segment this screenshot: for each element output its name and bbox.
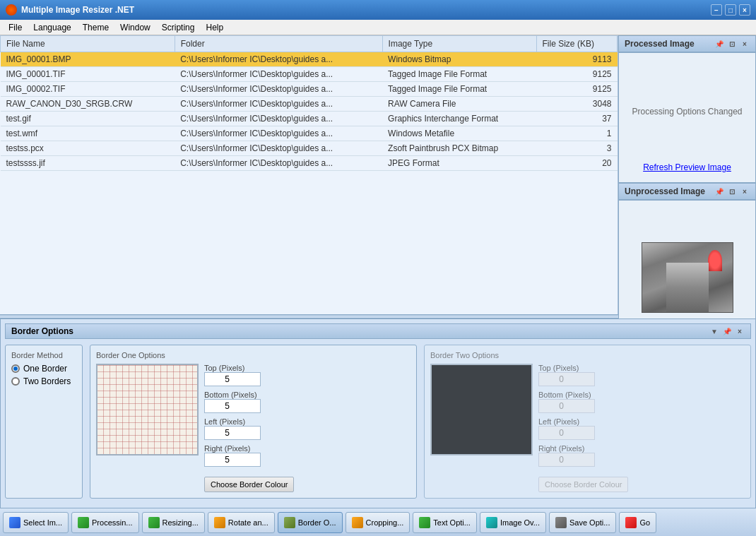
table-row[interactable]: test.wmf C:\Users\Informer IC\Desktop\gu… bbox=[1, 126, 618, 141]
processed-panel-close[interactable]: × bbox=[740, 40, 750, 48]
cell-filename: testss.pcx bbox=[1, 141, 175, 156]
cell-imagetype: Windows Metafile bbox=[382, 126, 536, 141]
rotate-icon bbox=[214, 517, 225, 528]
menu-scripting[interactable]: Scripting bbox=[156, 20, 201, 35]
processed-panel-header: Processed Image 📌 ⊡ × bbox=[618, 35, 756, 52]
radio-one-border-circle bbox=[11, 364, 20, 373]
two-left-pixels-label: Left (Pixels) bbox=[538, 417, 628, 426]
cell-filesize: 1 bbox=[536, 126, 617, 141]
border-panel-pin[interactable]: 📌 bbox=[722, 328, 732, 335]
border-options-title: Border Options bbox=[11, 326, 73, 336]
cell-filesize: 3 bbox=[536, 141, 617, 156]
two-top-pixels-label: Top (Pixels) bbox=[538, 364, 628, 372]
taskbar-image-overlay[interactable]: Image Ov... bbox=[480, 512, 546, 533]
taskbar-image-overlay-label: Image Ov... bbox=[500, 518, 540, 527]
taskbar-select-images-label: Select Im... bbox=[23, 518, 62, 527]
unprocessed-panel-pin[interactable]: 📌 bbox=[714, 188, 724, 196]
cell-imagetype: Windows Bitmap bbox=[382, 52, 536, 67]
cell-imagetype: Tagged Image File Format bbox=[382, 67, 536, 82]
processed-panel-content: Processing Options Changed Refresh Previ… bbox=[618, 52, 756, 183]
cell-folder: C:\Users\Informer IC\Desktop\guides a... bbox=[175, 97, 382, 112]
cell-folder: C:\Users\Informer IC\Desktop\guides a... bbox=[175, 112, 382, 126]
taskbar-cropping[interactable]: Cropping... bbox=[345, 512, 411, 533]
taskbar-resizing-label: Resizing... bbox=[163, 518, 199, 527]
unprocessed-panel-title: Unprocessed Image bbox=[625, 186, 705, 196]
radio-two-borders-label: Two Borders bbox=[23, 376, 71, 386]
cell-imagetype: Graphics Interchange Format bbox=[382, 112, 536, 126]
table-row[interactable]: IMG_00002.TIF C:\Users\Informer IC\Deskt… bbox=[1, 82, 618, 97]
cell-imagetype: Tagged Image File Format bbox=[382, 82, 536, 97]
maximize-button[interactable]: □ bbox=[725, 4, 736, 16]
top-pixels-input[interactable] bbox=[204, 372, 261, 386]
cell-imagetype: JPEG Format bbox=[382, 156, 536, 171]
right-pixels-input[interactable] bbox=[204, 453, 261, 467]
radio-two-borders-circle bbox=[11, 377, 20, 386]
menu-file[interactable]: File bbox=[3, 20, 28, 35]
cell-folder: C:\Users\Informer IC\Desktop\guides a... bbox=[175, 141, 382, 156]
taskbar-rotate-label: Rotate an... bbox=[228, 518, 268, 527]
table-row[interactable]: test.gif C:\Users\Informer IC\Desktop\gu… bbox=[1, 112, 618, 126]
cell-folder: C:\Users\Informer IC\Desktop\guides a... bbox=[175, 126, 382, 141]
two-bottom-pixels-input bbox=[538, 399, 595, 413]
unprocessed-panel-close[interactable]: × bbox=[740, 188, 750, 196]
unprocessed-panel-header: Unprocessed Image 📌 ⊡ × bbox=[618, 183, 756, 200]
border-panel-close[interactable]: × bbox=[735, 328, 745, 335]
cell-filesize: 20 bbox=[536, 156, 617, 171]
processing-status-text: Processing Options Changed bbox=[632, 107, 742, 117]
cell-folder: C:\Users\Informer IC\Desktop\guides a... bbox=[175, 82, 382, 97]
menu-window[interactable]: Window bbox=[114, 20, 156, 35]
choose-border-colour-button[interactable]: Choose Border Colour bbox=[204, 477, 294, 492]
menu-language[interactable]: Language bbox=[28, 20, 76, 35]
table-row[interactable]: RAW_CANON_D30_SRGB.CRW C:\Users\Informer… bbox=[1, 97, 618, 112]
two-bottom-pixels-label: Bottom (Pixels) bbox=[538, 391, 628, 399]
refresh-preview-link[interactable]: Refresh Preview Image bbox=[643, 162, 731, 172]
table-row[interactable]: IMG_00001.BMP C:\Users\Informer IC\Deskt… bbox=[1, 52, 618, 67]
taskbar-processing[interactable]: Processin... bbox=[71, 512, 138, 533]
taskbar-save[interactable]: Save Opti... bbox=[549, 512, 616, 533]
border-method-box: Border Method One Border Two Borders bbox=[5, 345, 83, 499]
taskbar-select-images[interactable]: Select Im... bbox=[3, 512, 69, 533]
cell-filename: testssss.jif bbox=[1, 156, 175, 171]
text-icon bbox=[419, 517, 430, 528]
cell-folder: C:\Users\Informer IC\Desktop\guides a... bbox=[175, 67, 382, 82]
table-row[interactable]: IMG_00001.TIF C:\Users\Informer IC\Deskt… bbox=[1, 67, 618, 82]
border-options-header: Border Options ▼ 📌 × bbox=[5, 323, 751, 339]
col-header-imagetype: Image Type bbox=[382, 36, 536, 52]
border-method-title: Border Method bbox=[11, 351, 76, 359]
taskbar-processing-label: Processin... bbox=[92, 518, 132, 527]
unprocessed-panel-undock[interactable]: ⊡ bbox=[727, 188, 737, 196]
resizing-icon bbox=[148, 517, 160, 528]
close-button[interactable]: × bbox=[739, 4, 750, 16]
border-icon bbox=[284, 517, 295, 528]
radio-one-border[interactable]: One Border bbox=[11, 364, 76, 374]
border-panel-collapse[interactable]: ▼ bbox=[709, 328, 719, 335]
menu-help[interactable]: Help bbox=[200, 20, 229, 35]
cell-filesize: 3048 bbox=[536, 97, 617, 112]
bottom-pixels-label: Bottom (Pixels) bbox=[204, 391, 294, 399]
cell-filesize: 9113 bbox=[536, 52, 617, 67]
two-left-pixels-input bbox=[538, 426, 595, 440]
cell-filename: IMG_00001.TIF bbox=[1, 67, 175, 82]
border-one-preview bbox=[96, 364, 199, 455]
taskbar-resizing[interactable]: Resizing... bbox=[142, 512, 205, 533]
processed-panel-undock[interactable]: ⊡ bbox=[727, 40, 737, 48]
border-one-options-box: Border One Options Top (Pixels) Bottom (… bbox=[90, 345, 417, 499]
taskbar-rotate[interactable]: Rotate an... bbox=[208, 512, 275, 533]
menubar: File Language Theme Window Scripting Hel… bbox=[0, 20, 756, 35]
radio-two-borders[interactable]: Two Borders bbox=[11, 376, 76, 386]
taskbar-save-label: Save Opti... bbox=[569, 518, 610, 527]
bottom-pixels-input[interactable] bbox=[204, 399, 261, 413]
taskbar-border[interactable]: Border O... bbox=[278, 512, 343, 533]
taskbar-text-label: Text Opti... bbox=[433, 518, 471, 527]
two-right-pixels-label: Right (Pixels) bbox=[538, 444, 628, 453]
table-row[interactable]: testss.pcx C:\Users\Informer IC\Desktop\… bbox=[1, 141, 618, 156]
taskbar-go[interactable]: Go bbox=[619, 512, 656, 533]
save-icon bbox=[555, 517, 567, 528]
processed-panel-pin[interactable]: 📌 bbox=[714, 40, 724, 48]
table-row[interactable]: testssss.jif C:\Users\Informer IC\Deskto… bbox=[1, 156, 618, 171]
menu-theme[interactable]: Theme bbox=[77, 20, 114, 35]
window-title: Multiple Image Resizer .NET bbox=[21, 5, 134, 15]
minimize-button[interactable]: − bbox=[711, 4, 722, 16]
taskbar-text[interactable]: Text Opti... bbox=[413, 512, 477, 533]
left-pixels-input[interactable] bbox=[204, 426, 261, 440]
